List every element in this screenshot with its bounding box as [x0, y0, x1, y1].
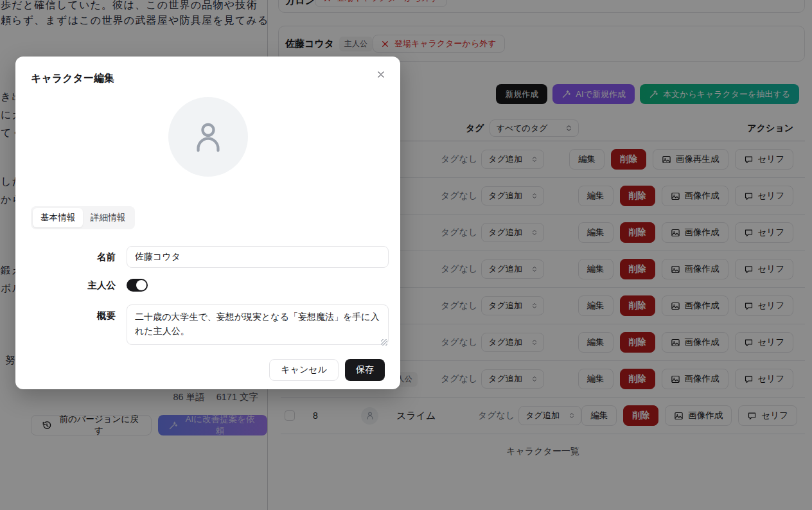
name-label: 名前 [31, 246, 127, 268]
toggle-knob [136, 280, 146, 290]
summary-field[interactable]: 二十歳の大学生で、妄想が現実となる「妄想魔法」を手に入れた主人公。 [127, 304, 389, 345]
cancel-button[interactable]: キャンセル [269, 359, 339, 381]
summary-label: 概要 [31, 304, 127, 347]
modal-title: キャラクター編集 [31, 72, 385, 85]
resize-handle[interactable] [381, 339, 387, 346]
protagonist-toggle[interactable] [127, 279, 148, 292]
tab-basic-info[interactable]: 基本情報 [33, 208, 83, 227]
character-edit-modal: キャラクター編集 基本情報 詳細情報 名前 主人公 [15, 57, 400, 389]
modal-tabs: 基本情報 詳細情報 [31, 206, 135, 229]
modal-footer: キャンセル 保存 [31, 359, 385, 381]
app-page: 歩だと確信していた。彼は、この世界の品物や技術 頼らず、まずはこの世界の武器屋や… [0, 0, 812, 510]
character-form: 名前 主人公 概要 二十歳の大学生で、妄想が現実となる「妄想魔法」を手に入れた主… [31, 246, 385, 347]
save-button[interactable]: 保存 [345, 359, 385, 381]
name-field[interactable] [127, 246, 389, 268]
tab-detail-info[interactable]: 詳細情報 [83, 208, 133, 227]
protagonist-label: 主人公 [31, 279, 127, 292]
character-avatar [168, 97, 248, 177]
close-icon[interactable] [373, 67, 389, 82]
